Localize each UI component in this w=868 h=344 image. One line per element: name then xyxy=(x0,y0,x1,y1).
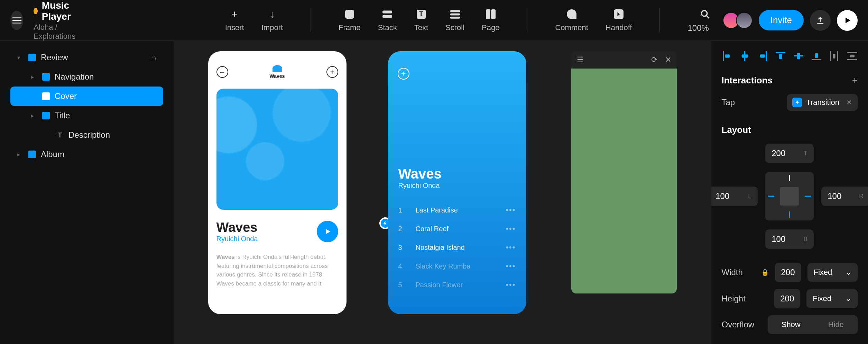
tree-item-description[interactable]: ▸ T Description xyxy=(10,125,163,145)
pin-right-field[interactable]: 100R xyxy=(821,187,868,206)
caret-right-icon[interactable]: ▸ xyxy=(17,151,24,158)
overflow-show-option[interactable]: Show xyxy=(768,315,814,334)
frame-icon xyxy=(343,8,356,20)
svg-rect-29 xyxy=(847,59,857,60)
home-icon[interactable]: ⌂ xyxy=(151,53,156,62)
pin-left-field[interactable]: 100L xyxy=(711,187,758,206)
track-number: 4 xyxy=(398,262,405,270)
close-icon[interactable]: ✕ xyxy=(665,55,671,64)
tree-item-review[interactable]: ▾ Review ⌂ xyxy=(10,48,163,67)
width-mode-select[interactable]: Fixed⌄ xyxy=(807,263,858,282)
share-button[interactable] xyxy=(810,10,831,31)
caret-down-icon[interactable]: ▾ xyxy=(17,54,24,61)
play-button xyxy=(317,221,338,242)
overflow-toggle[interactable]: Show Hide xyxy=(768,315,858,334)
track-name: Slack Key Rumba xyxy=(416,262,496,270)
caret-right-icon[interactable]: ▸ xyxy=(31,112,37,119)
track-row: 3 Nostalgia Island ••• xyxy=(398,238,516,257)
album-description: Waves is Ryuichi Onda's full-length debu… xyxy=(216,253,338,288)
tree-item-album[interactable]: ▸ Album xyxy=(10,145,163,164)
tree-label: Album xyxy=(41,150,64,159)
constraint-center[interactable] xyxy=(780,187,799,206)
main-menu-button[interactable] xyxy=(10,11,23,30)
height-input[interactable]: 200 xyxy=(774,289,800,308)
tool-text[interactable]: T Text xyxy=(414,8,428,33)
collaborator-avatars[interactable] xyxy=(723,12,752,29)
tool-handoff[interactable]: Handoff xyxy=(606,8,632,33)
more-icon: ••• xyxy=(506,262,516,271)
caret-right-icon[interactable]: ▸ xyxy=(31,74,37,80)
svg-rect-19 xyxy=(776,52,785,53)
pin-bottom-icon[interactable] xyxy=(789,211,790,218)
overflow-label: Overflow xyxy=(722,320,756,329)
more-icon: ••• xyxy=(506,206,516,215)
height-mode-select[interactable]: Fixed⌄ xyxy=(806,289,858,308)
canvas-frame-review[interactable]: ← Waves + Waves Ryuichi Onda Waves is Ry… xyxy=(208,51,347,314)
track-name: Passion Flower xyxy=(416,281,496,289)
tool-page[interactable]: Page xyxy=(482,8,499,33)
svg-rect-26 xyxy=(837,51,839,61)
tool-frame[interactable]: Frame xyxy=(339,8,361,33)
align-right-button[interactable] xyxy=(757,50,768,62)
interaction-event-label[interactable]: Tap xyxy=(722,98,735,107)
tree-item-title[interactable]: ▸ Title xyxy=(10,106,163,125)
tree-item-cover[interactable]: ▸ Cover xyxy=(10,87,163,106)
divider xyxy=(659,8,660,32)
tool-scroll[interactable]: Scroll xyxy=(445,8,464,33)
invite-button[interactable]: Invite xyxy=(759,10,804,30)
overflow-hide-option[interactable]: Hide xyxy=(814,315,858,334)
align-vcenter-button[interactable] xyxy=(793,50,804,62)
tool-import[interactable]: ↓ Import xyxy=(261,8,283,33)
add-interaction-button[interactable]: + xyxy=(852,75,858,86)
breadcrumb[interactable]: Aloha / Explorations xyxy=(34,23,80,41)
frame-icon xyxy=(28,151,36,158)
align-top-button[interactable] xyxy=(775,50,786,62)
frame-icon xyxy=(42,112,50,119)
distribute-h-button[interactable] xyxy=(829,50,840,62)
pin-right-icon[interactable] xyxy=(805,196,811,197)
svg-rect-13 xyxy=(723,51,724,61)
svg-rect-7 xyxy=(450,17,460,19)
cover-art xyxy=(216,89,338,210)
comment-icon xyxy=(565,8,578,20)
tool-stack[interactable]: Stack xyxy=(378,8,397,33)
tree-item-navigation[interactable]: ▸ Navigation xyxy=(10,67,163,87)
tool-zoom[interactable]: 100% xyxy=(687,8,722,33)
avatar[interactable] xyxy=(736,12,752,29)
more-icon: ••• xyxy=(506,224,516,233)
svg-rect-22 xyxy=(797,53,800,60)
align-hcenter-button[interactable] xyxy=(739,50,750,62)
menu-icon[interactable]: ☰ xyxy=(577,55,584,64)
reload-icon[interactable]: ⟳ xyxy=(651,55,657,64)
design-canvas[interactable]: ← Waves + Waves Ryuichi Onda Waves is Ry… xyxy=(174,41,711,344)
status-dot-icon xyxy=(34,8,38,14)
text-icon: T xyxy=(56,131,64,139)
track-list: 1 Last Paradise •••2 Coral Reef •••3 Nos… xyxy=(388,197,526,298)
pin-bottom-field[interactable]: 100B xyxy=(765,229,814,249)
scroll-icon xyxy=(449,8,461,20)
more-icon: ••• xyxy=(506,280,516,289)
tool-comment[interactable]: Comment xyxy=(555,8,588,33)
svg-rect-20 xyxy=(779,54,782,59)
align-bottom-button[interactable] xyxy=(811,50,822,62)
svg-rect-5 xyxy=(450,10,460,12)
pin-top-field[interactable]: 200T xyxy=(765,144,814,163)
lock-icon[interactable]: 🔒 xyxy=(761,269,769,276)
tool-insert[interactable]: + Insert xyxy=(225,8,244,33)
transition-icon: ✦ xyxy=(792,98,802,107)
remove-interaction-button[interactable]: ✕ xyxy=(846,98,852,107)
pin-left-icon[interactable] xyxy=(768,196,774,197)
preview-frame[interactable] xyxy=(571,69,677,293)
album-artist: Ryuichi Onda xyxy=(216,235,258,243)
pin-top-icon[interactable] xyxy=(789,175,790,181)
play-preview-button[interactable] xyxy=(837,10,858,31)
svg-rect-1 xyxy=(12,20,21,20)
align-left-button[interactable] xyxy=(722,50,733,62)
canvas-frame-album[interactable]: + Waves Ryuichi Onda 1 Last Paradise •••… xyxy=(388,51,526,314)
width-input[interactable]: 200 xyxy=(775,263,801,282)
divider xyxy=(311,8,311,32)
constraint-widget[interactable] xyxy=(765,172,814,220)
interaction-target-chip[interactable]: ✦ Transition ✕ xyxy=(787,94,858,111)
album-title: Waves xyxy=(216,220,258,235)
distribute-v-button[interactable] xyxy=(847,50,858,62)
